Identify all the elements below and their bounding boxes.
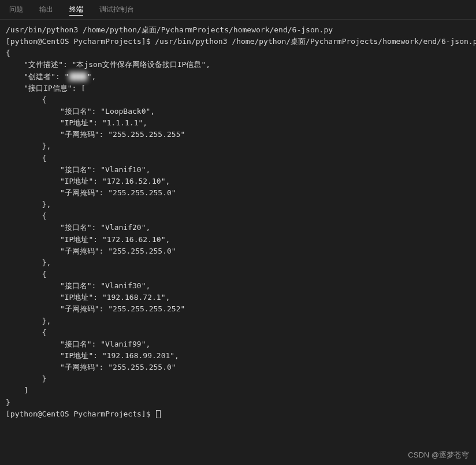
- cursor-icon: [156, 410, 161, 418]
- json-line: "IP地址": "192.168.72.1",: [6, 292, 470, 303]
- tab-problem[interactable]: 问题: [7, 3, 25, 16]
- json-line: "接口名": "Vlanif10",: [6, 164, 470, 176]
- tab-debug[interactable]: 调试控制台: [97, 3, 136, 16]
- json-line: }: [6, 373, 470, 385]
- terminal-output[interactable]: /usr/bin/python3 /home/python/桌面/Pycharm…: [0, 20, 476, 425]
- json-line: "IP地址": "172.16.62.10",: [6, 234, 470, 245]
- json-line: "创建者": "████",: [6, 71, 470, 83]
- tab-output[interactable]: 输出: [37, 3, 55, 16]
- creator-suffix: ",: [87, 72, 96, 81]
- json-line: "接口IP信息": [: [6, 83, 470, 94]
- json-line: },: [6, 140, 470, 152]
- json-line: "子网掩码": "255.255.255.0": [6, 245, 470, 257]
- json-line: {: [6, 269, 470, 280]
- prompt-text: [python@CentOS PycharmProjects]$: [6, 410, 155, 418]
- json-line: "接口名": "Vlanif99",: [6, 338, 470, 350]
- watermark: CSDN @逐梦苍穹: [408, 450, 469, 460]
- json-line: {: [6, 94, 470, 106]
- tab-terminal[interactable]: 终端: [67, 3, 85, 16]
- json-line: "接口名": "Vlanif20",: [6, 222, 470, 233]
- prompt-line: [python@CentOS PycharmProjects]$: [6, 408, 470, 420]
- cmd-line: /usr/bin/python3 /home/python/桌面/Pycharm…: [6, 24, 470, 36]
- json-line: "子网掩码": "255.255.255.0": [6, 362, 470, 373]
- json-line: "IP地址": "192.168.99.201",: [6, 350, 470, 362]
- json-line: "IP地址": "172.16.52.10",: [6, 176, 470, 187]
- json-line: "接口名": "Vlanif30",: [6, 280, 470, 292]
- json-line: }: [6, 397, 470, 408]
- json-line: "子网掩码": "255.255.255.255": [6, 129, 470, 140]
- creator-prefix: "创建者": ": [6, 72, 69, 81]
- json-line: },: [6, 199, 470, 210]
- panel-tabs: 问题 输出 终端 调试控制台: [0, 0, 476, 20]
- json-line: },: [6, 315, 470, 327]
- json-line: },: [6, 257, 470, 269]
- json-line: "IP地址": "1.1.1.1",: [6, 117, 470, 129]
- json-line: "子网掩码": "255.255.255.0": [6, 187, 470, 199]
- json-line: "文件描述": "本json文件保存网络设备接口IP信息",: [6, 59, 470, 70]
- json-line: "接口名": "LoopBack0",: [6, 106, 470, 117]
- json-line: ]: [6, 385, 470, 396]
- json-line: {: [6, 210, 470, 222]
- json-line: {: [6, 47, 470, 59]
- prompt-line: [python@CentOS PycharmProjects]$ /usr/bi…: [6, 36, 470, 47]
- json-line: "子网掩码": "255.255.255.252": [6, 303, 470, 315]
- json-line: {: [6, 327, 470, 338]
- json-line: {: [6, 152, 470, 164]
- creator-blurred: ████: [69, 71, 87, 83]
